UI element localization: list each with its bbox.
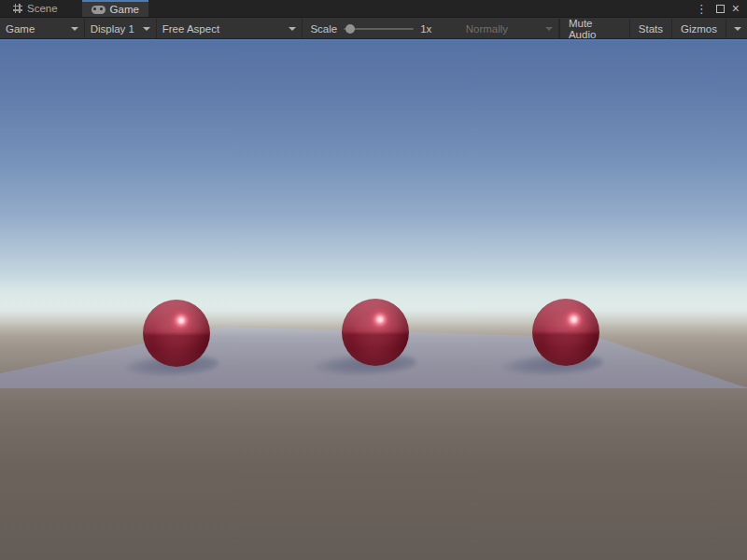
scale-slider[interactable] [344,28,414,30]
aspect-ratio-dropdown[interactable]: Free Aspect [157,19,303,38]
display-dropdown[interactable]: Display 1 [85,19,157,38]
chevron-down-icon [734,27,741,31]
maximize-icon[interactable] [716,5,725,13]
chevron-down-icon [143,27,150,31]
red-sphere-1 [143,300,210,367]
scale-value: 1x [420,23,431,35]
window-menu-icon[interactable]: ⋮ [693,3,711,15]
play-focus-dropdown: Normally [459,19,559,38]
tab-game-label: Game [110,4,139,15]
scale-label: Scale [310,23,337,35]
aspect-ratio-dropdown-label: Free Aspect [162,23,219,35]
gamepad-icon [92,6,106,14]
chevron-down-icon [289,27,296,31]
red-sphere-3 [532,299,599,366]
game-mode-dropdown[interactable]: Game [0,19,85,38]
red-sphere-2 [342,299,409,366]
gizmos-button[interactable]: Gizmos [671,19,726,38]
close-icon[interactable]: × [730,2,741,15]
tab-game[interactable]: Game [82,0,148,17]
tab-scene[interactable]: Scene [4,0,67,17]
scale-control: Scale 1x [303,19,439,38]
game-mode-dropdown-label: Game [6,23,35,35]
play-focus-dropdown-label: Normally [466,23,508,35]
chevron-down-icon [545,27,553,31]
game-view-toolbar: Game Display 1 Free Aspect Scale 1x Norm… [0,19,747,39]
mute-audio-button[interactable]: Mute Audio [559,19,629,38]
window-controls: ⋮ × [693,0,747,17]
tab-bar: Scene Game ⋮ × [0,0,747,18]
chevron-down-icon [71,27,78,31]
scale-slider-handle[interactable] [345,24,355,34]
grid-icon [13,4,22,13]
tab-scene-label: Scene [27,3,58,14]
stats-button[interactable]: Stats [629,19,671,38]
viewport-top-accent [0,39,747,41]
game-render-viewport[interactable] [0,39,747,560]
display-dropdown-label: Display 1 [91,23,134,35]
gizmos-dropdown-button[interactable] [726,19,747,38]
unity-game-view-window: Scene Game ⋮ × Game Display 1 Free Aspec… [0,0,747,560]
